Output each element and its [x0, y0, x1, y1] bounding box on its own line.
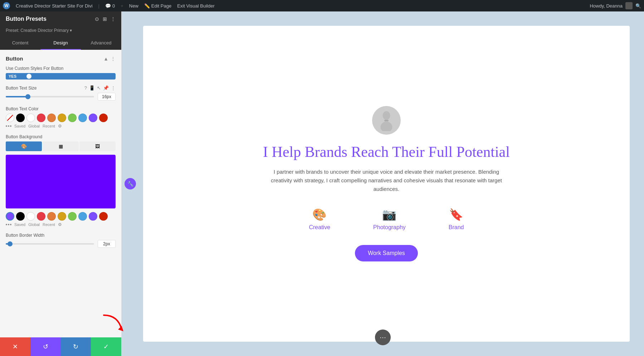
- panel-header-icons: ⊙ ⊞ ⋮: [95, 16, 116, 22]
- redo-button[interactable]: ↻: [61, 337, 91, 356]
- panel-header: Button Presets ⊙ ⊞ ⋮: [0, 11, 121, 27]
- site-name[interactable]: Creative Director Starter Site For Divi: [16, 3, 93, 9]
- bg-type-tabs: 🎨 ▦ 🖼: [6, 141, 116, 151]
- text-size-label: Button Text Size: [6, 86, 37, 91]
- new-button[interactable]: New: [129, 3, 138, 9]
- service-item-brand: 🔖 Brand: [449, 208, 464, 231]
- color-swatch-white[interactable]: [26, 114, 35, 122]
- brand-icon: 🔖: [449, 208, 463, 221]
- panel-focus-icon[interactable]: ⊙: [95, 16, 99, 22]
- search-icon[interactable]: 🔍: [635, 3, 641, 9]
- panel-more-icon[interactable]: ⋮: [111, 16, 116, 22]
- text-color-label: Button Text Color: [6, 106, 116, 111]
- more-icon[interactable]: ⋮: [111, 85, 116, 91]
- photography-label: Photography: [373, 224, 406, 231]
- bg-tab-image[interactable]: 🖼: [79, 141, 116, 151]
- recent-label: Recent: [43, 124, 55, 128]
- bg-color-meta: Saved Global Recent ⚙: [6, 222, 116, 227]
- panel-subtitle[interactable]: Preset: Creative Director Primary ▾: [0, 27, 121, 37]
- color-swatch-transparent[interactable]: [6, 114, 14, 122]
- undo-button[interactable]: ↺: [30, 337, 61, 356]
- brand-label: Brand: [449, 224, 464, 231]
- bottom-toolbar: ✕ ↺ ↻ ✓: [0, 337, 121, 356]
- text-size-slider[interactable]: [6, 96, 94, 97]
- color-swatch-black[interactable]: [16, 114, 25, 122]
- tab-content[interactable]: Content: [0, 37, 40, 50]
- bg-swatch-black[interactable]: [16, 212, 25, 221]
- edit-page-link[interactable]: ✏️ Edit Page: [144, 3, 171, 9]
- toggle-track[interactable]: [19, 73, 32, 80]
- color-swatch-blue[interactable]: [78, 114, 87, 122]
- photography-icon: 📷: [382, 208, 396, 221]
- text-size-icons: ? 📱 ↖ 📌 ⋮: [84, 85, 116, 91]
- color-swatch-green[interactable]: [68, 114, 77, 122]
- panel-tabs: Content Design Advanced: [0, 37, 121, 50]
- bg-tab-solid[interactable]: 🎨: [6, 141, 42, 151]
- color-swatch-red[interactable]: [37, 114, 45, 122]
- color-swatch-purple[interactable]: [89, 114, 97, 122]
- comment-count[interactable]: 💬 0: [105, 3, 115, 9]
- hero-title: I Help Brands Reach Their Full Potential: [263, 143, 510, 160]
- bg-swatch-yellow[interactable]: [58, 212, 66, 221]
- divi-toggle-button[interactable]: 🔧: [125, 178, 136, 189]
- section-header-button: Button ▲ ⋮: [6, 56, 116, 62]
- mobile-icon[interactable]: 📱: [89, 85, 95, 91]
- admin-bar: W Creative Director Starter Site For Div…: [0, 0, 644, 11]
- panel-title: Button Presets: [6, 16, 47, 22]
- bg-gear-icon[interactable]: ⚙: [58, 222, 62, 227]
- work-samples-button[interactable]: Work Samples: [355, 245, 418, 261]
- border-width-slider[interactable]: [6, 243, 94, 245]
- tab-design[interactable]: Design: [40, 37, 81, 50]
- color-swatch-orange[interactable]: [47, 114, 56, 122]
- svg-rect-3: [384, 120, 389, 122]
- text-size-slider-row: 16px: [6, 93, 116, 101]
- text-color-more-btn[interactable]: [6, 125, 11, 127]
- page-content: I Help Brands Reach Their Full Potential…: [143, 26, 630, 342]
- tab-advanced[interactable]: Advanced: [81, 37, 121, 50]
- text-size-value[interactable]: 16px: [98, 93, 116, 101]
- bg-color-swatches: [6, 212, 116, 221]
- bg-swatch-red[interactable]: [37, 212, 45, 221]
- bg-swatch-green[interactable]: [68, 212, 77, 221]
- panel-columns-icon[interactable]: ⊞: [103, 16, 107, 22]
- creative-icon: 🎨: [312, 208, 327, 221]
- bg-swatch-white[interactable]: [26, 212, 35, 221]
- bg-saved-label: Saved: [14, 222, 25, 227]
- border-width-slider-row: 2px: [6, 240, 116, 248]
- section-more-icon[interactable]: ⋮: [111, 56, 116, 62]
- toggle-yes-label: YES: [6, 73, 19, 80]
- cancel-button[interactable]: ✕: [0, 337, 30, 356]
- bg-label: Button Background: [6, 134, 116, 139]
- bg-swatch-purple-active[interactable]: [6, 212, 14, 221]
- color-swatch-darkred[interactable]: [99, 114, 108, 122]
- cursor-icon[interactable]: ↖: [97, 85, 101, 91]
- help-icon[interactable]: ?: [84, 85, 87, 91]
- save-button[interactable]: ✓: [91, 337, 121, 356]
- pin-icon[interactable]: 📌: [103, 85, 109, 91]
- bg-swatch-orange[interactable]: [47, 212, 56, 221]
- color-swatch-yellow[interactable]: [58, 114, 66, 122]
- exit-builder-link[interactable]: Exit Visual Builder: [177, 3, 215, 9]
- service-item-photography: 📷 Photography: [373, 208, 406, 231]
- text-color-swatches: [6, 114, 116, 122]
- bg-swatch-blue[interactable]: [78, 212, 87, 221]
- toggle-thumb: [26, 74, 31, 79]
- section-collapse-icon[interactable]: ▲: [103, 56, 108, 62]
- gear-icon[interactable]: ⚙: [58, 124, 62, 129]
- border-width-value[interactable]: 2px: [98, 240, 116, 248]
- svg-point-2: [381, 122, 392, 131]
- bg-color-preview[interactable]: [6, 155, 116, 208]
- border-width-label: Button Border Width: [6, 233, 116, 238]
- user-greeting: Howdy, Deanna 🔍: [590, 2, 641, 9]
- bg-swatch-darkred[interactable]: [99, 212, 108, 221]
- wp-logo: W: [3, 2, 10, 9]
- arrow-indicator: [100, 312, 129, 335]
- svg-point-1: [383, 111, 390, 120]
- floating-action-button[interactable]: ⋯: [375, 329, 391, 345]
- custom-styles-toggle[interactable]: YES: [6, 73, 116, 80]
- bg-global-label: Global: [28, 222, 40, 227]
- bg-swatch-purple[interactable]: [89, 212, 97, 221]
- bg-field: Button Background 🎨 ▦ 🖼: [6, 134, 116, 227]
- bg-color-more-btn[interactable]: [6, 224, 11, 225]
- bg-tab-gradient[interactable]: ▦: [43, 141, 79, 151]
